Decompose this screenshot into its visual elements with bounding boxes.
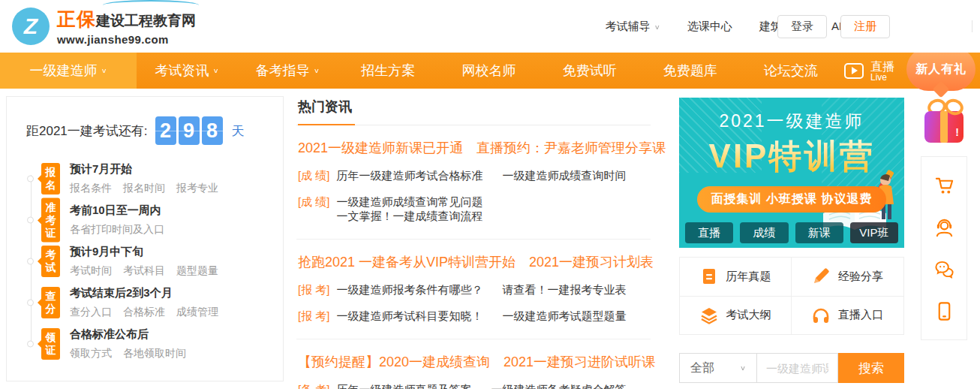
timeline-stage-badge: 准考证: [41, 198, 60, 243]
gift-icon[interactable]: !: [922, 98, 966, 143]
quick-link-experience[interactable]: 经验分享: [792, 258, 903, 297]
banner-feature-pill: 面授集训 小班授课 协议退费: [697, 186, 887, 213]
news-group: 【预约提醒】2020一建成绩查询 2021一建预习进阶试听课 [备 考] 历年一…: [296, 339, 651, 389]
timeline-link[interactable]: 报名条件: [70, 182, 112, 195]
timeline-link[interactable]: 报名时间: [123, 182, 165, 195]
top-header: Z 正保 建设工程教育网 www.jianshe99.com 考试辅导∨ 选课中…: [0, 0, 980, 53]
countdown-unit: 天: [232, 122, 245, 140]
main-nav-item[interactable]: 备考指导∨: [237, 53, 338, 89]
timeline-item: 考试 预计9月中下旬 考试时间考试科目题型题量: [7, 244, 283, 279]
timeline-link[interactable]: 考试科目: [123, 264, 165, 278]
customer-service-icon[interactable]: [934, 217, 954, 237]
banner-tab[interactable]: 成绩: [740, 222, 788, 243]
live-entry[interactable]: 直播 Live: [841, 53, 908, 89]
page-content: 距2021一建考试还有: 298 天 报名 预计7月开始 报名条件报名时间报考专…: [0, 89, 980, 389]
timeline-link[interactable]: 各省打印时间及入口: [70, 223, 164, 237]
news-link[interactable]: 一级建造师考试科目要知晓！: [337, 309, 483, 322]
countdown-digit: 9: [179, 116, 200, 145]
timeline-title: 考试结束后2到3个月: [70, 286, 283, 300]
timeline-link[interactable]: 各地领取时间: [123, 347, 186, 360]
timeline-stage-badge: 考试: [41, 246, 60, 277]
news-link[interactable]: 一级建造师报考条件有哪些？: [337, 283, 483, 296]
search-input[interactable]: [757, 353, 838, 383]
main-nav-item[interactable]: 考试资讯∨: [137, 53, 237, 89]
banner-tab[interactable]: 直播: [685, 222, 733, 243]
news-group: 2021一级建造师新课已开通 直播预约：尹嘉老师管理分享课 [成 绩] 历年一级…: [296, 125, 651, 240]
site-url: www.jianshe99.com: [57, 33, 196, 46]
news-category-tag: [成 绩]: [298, 195, 330, 210]
mobile-icon[interactable]: [934, 301, 954, 321]
search-button[interactable]: 搜索: [838, 353, 904, 383]
banner-tab[interactable]: 新课: [795, 222, 843, 243]
document-icon: [700, 267, 718, 285]
timeline-link[interactable]: 合格标准: [123, 306, 165, 319]
news-group: 抢跑2021 一建备考从VIP特训营开始 2021一建预习计划表 [报 考] 一…: [296, 240, 651, 339]
search-category-select[interactable]: 全部 ∨: [679, 353, 757, 383]
layers-icon: [700, 306, 718, 324]
news-link[interactable]: 一级建造师备考疑虑全解答: [492, 383, 627, 389]
banner-tab[interactable]: VIP班: [850, 222, 898, 243]
news-headline[interactable]: 抢跑2021 一建备考从VIP特训营开始 2021一建预习计划表: [298, 253, 649, 271]
timeline-node-icon: [27, 341, 34, 348]
newbie-gift-badge[interactable]: 新人有礼: [906, 47, 975, 91]
floating-toolbar: !: [917, 95, 971, 340]
countdown-digit: 8: [202, 116, 223, 145]
quick-link-past-papers[interactable]: 历年真题: [680, 258, 792, 297]
timeline-link[interactable]: 领取方式: [70, 347, 112, 360]
course-search-bar: 全部 ∨ 搜索: [679, 353, 904, 383]
main-nav-item[interactable]: 一级建造师∨: [0, 53, 137, 89]
timeline-title: 合格标准公布后: [70, 327, 283, 342]
vip-camp-banner[interactable]: 2021一级建造师 VIP特训营 面授集训 小班授课 协议退费 直播 成绩: [679, 98, 904, 248]
timeline-link[interactable]: 报考专业: [176, 182, 218, 195]
timeline-link[interactable]: 题型题量: [176, 264, 218, 278]
timeline-link[interactable]: 查分入口: [70, 306, 112, 319]
main-nav-item[interactable]: 免费题库: [640, 53, 741, 89]
chevron-down-icon: ∨: [314, 67, 320, 74]
news-row: [备 考] 历年一级建造师真题及答案一级建造师备考疑虑全解答: [298, 383, 649, 389]
chevron-down-icon: ∨: [213, 67, 219, 74]
main-nav-item[interactable]: 论坛交流: [741, 53, 841, 89]
exam-countdown-panel: 距2021一建考试还有: 298 天 报名 预计7月开始 报名条件报名时间报考专…: [6, 96, 284, 381]
utility-nav-item[interactable]: 选课中心: [687, 20, 732, 34]
main-nav-item[interactable]: 免费试听: [540, 53, 640, 89]
quick-link-syllabus[interactable]: 考试大纲: [680, 297, 792, 335]
countdown-label: 距2021一建考试还有:: [26, 122, 148, 140]
timeline-item: 领证 合格标准公布后 领取方式各地领取时间: [7, 327, 283, 361]
site-logo[interactable]: Z 正保 建设工程教育网 www.jianshe99.com: [12, 7, 196, 46]
utility-nav-item[interactable]: 考试辅导∨: [606, 20, 660, 34]
main-nav-item[interactable]: 招生方案: [338, 53, 438, 89]
news-link[interactable]: 历年一级建造师考试合格标准: [337, 169, 483, 182]
quick-link-live-entry[interactable]: 直播入口: [792, 297, 903, 335]
register-button[interactable]: 注册: [840, 15, 890, 38]
timeline-title: 预计7月开始: [70, 162, 283, 176]
login-button[interactable]: 登录: [777, 15, 827, 38]
timeline-link[interactable]: 成绩管理: [176, 306, 218, 319]
news-link[interactable]: 历年一级建造师真题及答案: [337, 383, 472, 389]
news-row: [报 考] 一级建造师考试科目要知晓！一级建造师考试题型题量: [298, 309, 649, 324]
headphones-icon: [812, 306, 830, 324]
timeline-stage-badge: 查分: [41, 287, 60, 318]
site-name: 建设工程教育网: [96, 11, 196, 31]
wechat-icon[interactable]: [934, 259, 954, 279]
news-link[interactable]: 一级建造师成绩查询时间: [503, 169, 627, 182]
news-row: [报 考] 一级建造师报考条件有哪些？请查看！一建报考专业表: [298, 283, 649, 297]
news-category-tag: [备 考]: [298, 383, 330, 389]
news-link[interactable]: 一文掌握！一建成绩查询流程: [337, 210, 483, 222]
main-nav-item[interactable]: 网校名师: [438, 53, 539, 89]
nav-divider: [972, 20, 972, 32]
news-link[interactable]: 一级建造师成绩查询常见问题: [337, 195, 483, 208]
exam-timeline: 报名 预计7月开始 报名条件报名时间报考专业 准考证 考前10日至一周内 各省打…: [7, 161, 283, 361]
news-section-title: 热门资讯: [296, 92, 651, 125]
news-link[interactable]: 请查看！一建报考专业表: [503, 283, 627, 296]
banner-subtitle: 2021一级建造师: [679, 110, 904, 133]
news-row: [成 绩] 一级建造师成绩查询常见问题一文掌握！一建成绩查询流程: [298, 195, 649, 224]
news-category-tag: [报 考]: [298, 309, 330, 324]
news-headline[interactable]: 【预约提醒】2020一建成绩查询 2021一建预习进阶试听课: [298, 353, 649, 371]
news-headline[interactable]: 2021一级建造师新课已开通 直播预约：尹嘉老师管理分享课: [298, 139, 649, 157]
timeline-item: 查分 考试结束后2到3个月 查分入口合格标准成绩管理: [7, 285, 283, 320]
news-link[interactable]: 一级建造师考试题型题量: [503, 309, 627, 322]
countdown: 距2021一建考试还有: 298 天: [7, 97, 283, 149]
timeline-link[interactable]: 考试时间: [70, 264, 112, 278]
cart-icon[interactable]: [934, 175, 954, 195]
news-row: [成 绩] 历年一级建造师考试合格标准一级建造师成绩查询时间: [298, 169, 649, 183]
